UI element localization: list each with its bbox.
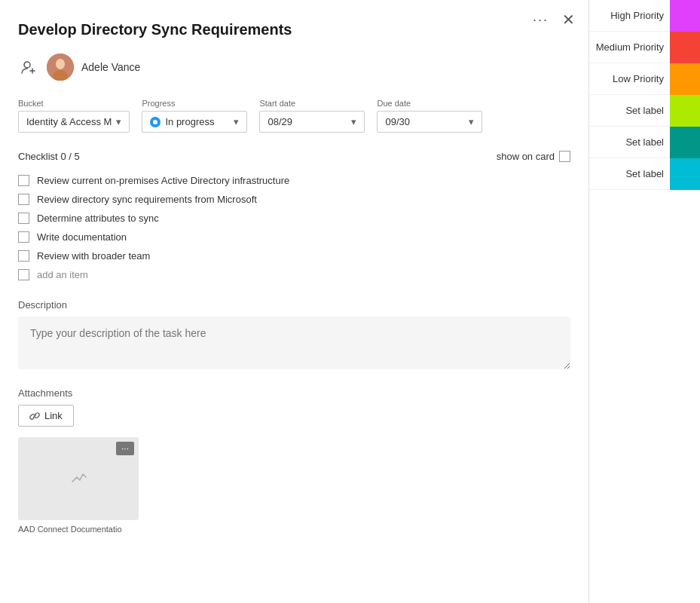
due-date-chevron-icon: ▾ [469, 116, 474, 127]
checklist-item: Review current on-premises Active Direct… [18, 171, 570, 190]
progress-dropdown[interactable]: In progress ▾ [142, 111, 247, 133]
attachment-thumbnail: ··· [18, 437, 139, 520]
label-item-set-2[interactable]: Set label [589, 127, 700, 158]
progress-field: Progress In progress ▾ [142, 99, 247, 133]
assignee-name: Adele Vance [81, 61, 140, 73]
label-high-priority-color [670, 0, 700, 32]
add-item-placeholder[interactable]: add an item [37, 269, 88, 280]
due-date-value: 09/30 [385, 116, 410, 127]
fields-row: Bucket Identity & Access M ▾ Progress In… [18, 99, 570, 133]
description-input[interactable] [18, 317, 570, 369]
label-set-2-text: Set label [589, 136, 670, 148]
due-date-dropdown[interactable]: 09/30 ▾ [377, 111, 482, 133]
due-date-label: Due date [377, 99, 482, 108]
start-date-dropdown[interactable]: 08/29 ▾ [259, 111, 365, 133]
label-set-1-text: Set label [589, 105, 670, 116]
checklist-item-text-2: Review directory sync requirements from … [37, 194, 257, 205]
checklist-checkbox-2[interactable] [18, 194, 29, 205]
add-checklist-item: add an item [18, 265, 570, 284]
link-button[interactable]: Link [18, 405, 74, 427]
checklist-item: Write documentation [18, 228, 570, 246]
progress-chevron-icon: ▾ [234, 116, 239, 127]
label-set-3-text: Set label [589, 168, 670, 179]
start-date-label: Start date [259, 99, 365, 108]
checklist-checkbox-1[interactable] [18, 175, 29, 186]
attachments-label: Attachments [18, 387, 570, 399]
add-person-button[interactable] [18, 57, 39, 78]
label-medium-priority-color [670, 32, 700, 63]
more-options-button[interactable]: ··· [533, 12, 549, 28]
show-on-card-checkbox[interactable] [559, 151, 570, 162]
label-item-high-priority[interactable]: High Priority [589, 0, 700, 32]
toolbar: ··· ✕ [533, 9, 579, 30]
avatar-image [47, 54, 74, 81]
bucket-label: Bucket [18, 99, 130, 108]
start-date-value: 08/29 [267, 116, 292, 127]
progress-icon [150, 117, 160, 127]
checklist-item-text-1: Review current on-premises Active Direct… [37, 175, 289, 186]
checklist-header: Checklist 0 / 5 show on card [18, 151, 570, 162]
checklist-items: Review current on-premises Active Direct… [18, 171, 570, 284]
avatar [47, 54, 74, 81]
bucket-dropdown[interactable]: Identity & Access M ▾ [18, 111, 130, 133]
checklist-item-text-3: Determine attributes to sync [37, 213, 159, 224]
start-date-chevron-icon: ▾ [351, 116, 356, 127]
label-set-3-color [670, 158, 700, 190]
attachment-more-icon: ··· [121, 443, 129, 454]
bucket-chevron-icon: ▾ [116, 116, 121, 127]
checklist-checkbox-4[interactable] [18, 231, 29, 243]
progress-dot-inner [153, 120, 157, 124]
add-item-checkbox[interactable] [18, 269, 29, 280]
label-low-priority-color [670, 63, 700, 95]
checklist-item: Determine attributes to sync [18, 209, 570, 228]
bucket-value: Identity & Access M [26, 116, 112, 127]
svg-point-4 [56, 59, 65, 69]
label-set-2-color [670, 127, 700, 158]
label-medium-priority-text: Medium Priority [589, 41, 670, 53]
due-date-field: Due date 09/30 ▾ [377, 99, 482, 133]
labels-sidebar: High Priority Medium Priority Low Priori… [588, 0, 700, 603]
label-set-1-color [670, 95, 700, 127]
task-title: Develop Directory Sync Requirements [18, 21, 546, 38]
checklist-title: Checklist 0 / 5 [18, 151, 80, 162]
svg-point-0 [24, 62, 30, 68]
show-on-card-label: show on card [497, 151, 555, 162]
bucket-field: Bucket Identity & Access M ▾ [18, 99, 130, 133]
attachment-preview-card: ··· AAD Connect Documentatio [18, 437, 570, 534]
start-date-field: Start date 08/29 ▾ [259, 99, 365, 133]
attachment-actions-button[interactable]: ··· [116, 442, 134, 455]
attachments-section: Attachments Link ··· AAD Connect Docu [18, 387, 570, 534]
label-high-priority-text: High Priority [589, 10, 670, 21]
checklist-item: Review with broader team [18, 246, 570, 265]
progress-label: Progress [142, 99, 247, 108]
link-button-label: Link [44, 410, 63, 421]
checklist-checkbox-5[interactable] [18, 250, 29, 262]
checklist-item: Review directory sync requirements from … [18, 190, 570, 209]
progress-value: In progress [165, 116, 214, 127]
close-button[interactable]: ✕ [558, 9, 579, 30]
label-item-medium-priority[interactable]: Medium Priority [589, 32, 700, 63]
attachment-name: AAD Connect Documentatio [18, 525, 570, 534]
label-low-priority-text: Low Priority [589, 73, 670, 84]
task-panel: ··· ✕ Develop Directory Sync Requirement… [0, 0, 588, 603]
description-label: Description [18, 299, 570, 311]
show-on-card-toggle: show on card [497, 151, 570, 162]
checklist-item-text-5: Review with broader team [37, 250, 150, 262]
assignee-row: Adele Vance [18, 54, 570, 81]
checklist-checkbox-3[interactable] [18, 213, 29, 224]
label-item-set-3[interactable]: Set label [589, 158, 700, 190]
label-item-low-priority[interactable]: Low Priority [589, 63, 700, 95]
checklist-item-text-4: Write documentation [37, 231, 127, 243]
label-item-set-1[interactable]: Set label [589, 95, 700, 127]
